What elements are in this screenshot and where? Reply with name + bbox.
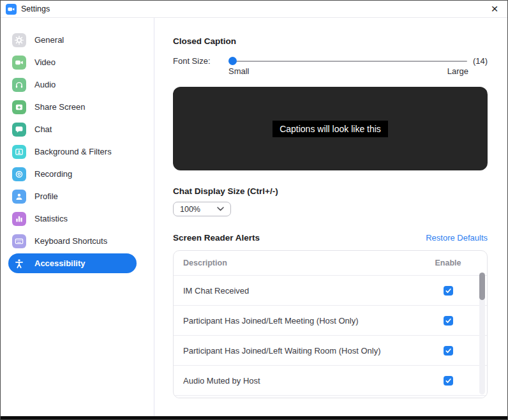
video-camera-icon (7, 5, 15, 13)
headphones-icon (12, 78, 26, 92)
font-size-row: Font Size: (14) (173, 56, 488, 66)
slider-min-label: Small (228, 66, 250, 76)
sidebar-label-general: General (34, 35, 64, 45)
accessibility-settings-panel: Closed Caption Font Size: (14) Small Lar… (154, 18, 507, 416)
sidebar-label-accessibility: Accessibility (34, 259, 86, 268)
enable-checkbox[interactable] (444, 376, 453, 386)
sidebar-item-statistics[interactable]: Statistics (8, 209, 137, 229)
check-icon (445, 347, 452, 354)
enable-column-header: Enable (426, 259, 470, 267)
accessibility-icon (12, 257, 26, 271)
sidebar-label-profile: Profile (34, 191, 58, 201)
enable-checkbox[interactable] (444, 286, 453, 296)
caption-preview-text: Captions will look like this (273, 121, 388, 137)
alert-description: IM Chat Received (183, 286, 426, 296)
settings-sidebar: General Video (1, 18, 154, 416)
chat-display-size-heading: Chat Display Size (Ctrl+/-) (173, 186, 488, 196)
keyboard-icon (12, 234, 26, 248)
check-icon (445, 377, 452, 384)
sidebar-item-accessibility[interactable]: Accessibility (8, 253, 137, 273)
slider-thumb[interactable] (228, 57, 237, 65)
zoom-app-icon (6, 4, 17, 15)
sidebar-item-keyboard-shortcuts[interactable]: Keyboard Shortcuts (8, 231, 137, 251)
table-row: Participant Has Joined/Left Waiting Room… (174, 335, 487, 365)
slider-max-label: Large (447, 66, 468, 76)
sidebar-item-recording[interactable]: Recording (8, 164, 137, 184)
partial-next-row (174, 395, 487, 398)
check-icon (445, 317, 452, 324)
slider-track (228, 61, 467, 62)
sidebar-label-video: Video (34, 57, 56, 67)
screen-reader-alerts-heading: Screen Reader Alerts (173, 233, 260, 243)
share-screen-icon (12, 100, 26, 114)
screen-reader-alerts-header-row: Screen Reader Alerts Restore Defaults (173, 233, 488, 243)
person-icon (12, 190, 26, 204)
settings-window: Settings × (0, 0, 508, 420)
sidebar-item-general[interactable]: General (8, 30, 137, 50)
sidebar-label-background-filters: Background & Filters (34, 147, 112, 156)
person-frame-icon (12, 145, 26, 159)
sidebar-label-recording: Recording (34, 169, 72, 179)
table-header: Description Enable (174, 251, 487, 275)
caption-preview-box: Captions will look like this (173, 87, 488, 170)
bar-chart-icon (12, 212, 26, 226)
sidebar-label-keyboard-shortcuts: Keyboard Shortcuts (34, 236, 107, 246)
sidebar-label-statistics: Statistics (34, 214, 68, 223)
taskbar-edge (1, 416, 507, 419)
chat-bubble-icon (12, 123, 26, 137)
sidebar-item-background-filters[interactable]: Background & Filters (8, 142, 137, 161)
gear-icon (12, 33, 26, 47)
enable-checkbox[interactable] (444, 346, 453, 356)
font-size-label: Font Size: (173, 56, 228, 66)
restore-defaults-link[interactable]: Restore Defaults (426, 233, 488, 243)
record-icon (12, 167, 26, 181)
slider-end-labels: Small Large (228, 66, 468, 76)
table-row: Audio Muted by Host (174, 365, 487, 395)
video-camera-icon (12, 56, 26, 70)
chevron-down-icon (217, 207, 224, 211)
table-row: IM Chat Received (174, 275, 487, 305)
enable-checkbox[interactable] (444, 316, 453, 326)
sidebar-label-chat: Chat (34, 124, 52, 134)
closed-caption-heading: Closed Caption (173, 36, 488, 46)
description-column-header: Description (183, 259, 426, 267)
sidebar-label-share-screen: Share Screen (34, 102, 86, 112)
alert-description: Audio Muted by Host (183, 376, 426, 386)
sidebar-item-video[interactable]: Video (8, 52, 137, 72)
close-icon[interactable]: × (482, 1, 507, 17)
font-size-value: (14) (473, 56, 488, 66)
alert-description: Participant Has Joined/Left Waiting Room… (183, 346, 426, 356)
chat-display-size-dropdown[interactable]: 100% (173, 202, 231, 216)
alert-description: Participant Has Joined/Left Meeting (Hos… (183, 316, 426, 326)
window-title: Settings (21, 4, 50, 13)
scrollbar-thumb[interactable] (479, 273, 485, 300)
dropdown-selected-value: 100% (180, 205, 200, 214)
check-icon (445, 287, 452, 294)
sidebar-item-audio[interactable]: Audio (8, 75, 137, 94)
sidebar-item-chat[interactable]: Chat (8, 119, 137, 139)
table-row: Participant Has Joined/Left Meeting (Hos… (174, 305, 487, 335)
font-size-slider[interactable] (228, 57, 467, 66)
sidebar-item-profile[interactable]: Profile (8, 186, 137, 206)
sidebar-item-share-screen[interactable]: Share Screen (8, 97, 137, 117)
screen-reader-alerts-table: Description Enable IM Chat Received P (173, 250, 488, 398)
sidebar-label-audio: Audio (34, 80, 56, 89)
title-bar: Settings × (1, 1, 507, 18)
